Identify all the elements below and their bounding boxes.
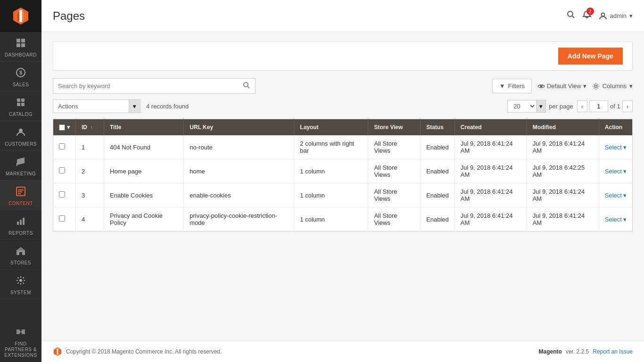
columns-chevron-icon: ▾: [629, 82, 633, 90]
row-checkbox-2[interactable]: [59, 191, 65, 197]
cell-id-3: 4: [76, 207, 104, 231]
action-select-chevron-2: ▾: [623, 192, 627, 199]
sidebar-item-reports-label: REPORTS: [8, 230, 33, 236]
footer-right: Magento ver. 2.2.5 Report an Issue: [539, 348, 633, 355]
actions-select-group: Actions ▾: [53, 99, 140, 113]
table-row: 4 Privacy and Cookie Policy privacy-poli…: [53, 207, 633, 231]
pages-table: ▾ ID ↑ Title URL Key Layout Store View S…: [53, 119, 633, 231]
th-status[interactable]: Status: [421, 119, 455, 136]
sidebar-item-reports[interactable]: REPORTS: [0, 210, 41, 240]
th-url-key[interactable]: URL Key: [184, 119, 294, 136]
pagination: ‹ of 1 ›: [577, 100, 633, 112]
action-select-link-2[interactable]: Select ▾: [605, 192, 627, 199]
sidebar-item-stores-label: STORES: [10, 260, 31, 265]
filters-button[interactable]: ▼ Filters: [492, 79, 532, 93]
action-select-link-0[interactable]: Select ▾: [605, 144, 627, 151]
filter-icon: ▼: [499, 82, 505, 90]
select-all-checkbox[interactable]: [59, 124, 65, 131]
cell-store-view-1: All Store Views: [368, 159, 421, 183]
svg-rect-39: [57, 349, 58, 355]
footer-magento-icon: [53, 347, 62, 356]
sidebar-item-catalog[interactable]: CATALOG: [0, 91, 41, 121]
columns-selector[interactable]: Columns ▾: [592, 82, 633, 90]
cell-action-0: Select ▾: [599, 135, 632, 159]
svg-point-27: [19, 279, 22, 282]
search-input[interactable]: [58, 82, 243, 90]
sub-toolbar-left: Actions ▾ 4 records found: [53, 99, 189, 113]
cell-layout-1: 1 column: [294, 159, 368, 183]
cell-modified-3: Jul 9, 2018 6:41:24 AM: [527, 207, 599, 231]
report-issue-link[interactable]: Report an Issue: [593, 348, 633, 355]
search-icon-header[interactable]: [567, 10, 575, 21]
sort-id-icon: ↑: [91, 125, 93, 130]
per-page-dropdown[interactable]: 20: [508, 100, 536, 112]
sidebar-item-marketing[interactable]: MARKETING: [0, 151, 41, 181]
cell-id-2: 3: [76, 183, 104, 207]
cell-layout-3: 1 column: [294, 207, 368, 231]
table-row: 3 Enable Cookies enable-cookies 1 column…: [53, 183, 633, 207]
cell-modified-2: Jul 9, 2018 6:41:24 AM: [527, 183, 599, 207]
per-page-select-group: 20 ▾: [507, 100, 546, 113]
search-filter-toolbar: ▼ Filters Default View ▾ Columns ▾: [53, 78, 633, 94]
page-prev-button[interactable]: ‹: [577, 100, 587, 112]
sidebar-item-sales[interactable]: $ SALES: [0, 62, 41, 91]
actions-dropdown-arrow[interactable]: ▾: [129, 100, 140, 113]
svg-rect-7: [21, 43, 25, 47]
sidebar-item-partners-label: FIND PARTNERS & EXTENSIONS: [2, 341, 40, 358]
cell-title-3: Privacy and Cookie Policy: [104, 207, 184, 231]
add-new-page-button[interactable]: Add New Page: [558, 48, 623, 65]
svg-point-34: [244, 82, 248, 87]
cell-created-1: Jul 9, 2018 6:41:24 AM: [454, 159, 527, 183]
sidebar-item-customers[interactable]: CUSTOMERS: [0, 121, 41, 151]
svg-rect-22: [20, 220, 22, 225]
sidebar-item-dashboard[interactable]: DASHBOARD: [0, 32, 41, 62]
svg-rect-4: [17, 39, 20, 42]
sidebar-item-system[interactable]: SYSTEM: [0, 270, 41, 299]
row-checkbox-0[interactable]: [59, 143, 65, 149]
page-number-input[interactable]: [589, 100, 608, 112]
action-select-link-1[interactable]: Select ▾: [605, 168, 627, 175]
sidebar: DASHBOARD $ SALES CATALOG CUSTOMERS MARK…: [0, 0, 41, 362]
cell-checkbox-2: [53, 183, 76, 207]
action-select-chevron-3: ▾: [623, 216, 627, 223]
th-id[interactable]: ID ↑: [76, 119, 104, 136]
svg-marker-15: [17, 157, 25, 165]
sidebar-item-content-label: CONTENT: [8, 201, 33, 206]
per-page-dropdown-arrow[interactable]: ▾: [536, 100, 545, 112]
stores-icon: [16, 246, 26, 258]
th-checkbox: ▾: [53, 119, 76, 136]
sidebar-item-dashboard-label: DASHBOARD: [5, 52, 37, 58]
sidebar-item-stores[interactable]: STORES: [0, 240, 41, 270]
table-row: 1 404 Not Found no-route 2 columns with …: [53, 135, 633, 159]
sidebar-item-partners[interactable]: FIND PARTNERS & EXTENSIONS: [0, 321, 41, 362]
cell-status-2: Enabled: [421, 183, 455, 207]
footer-version: ver. 2.2.5: [566, 348, 589, 355]
view-selector[interactable]: Default View ▾: [537, 82, 586, 90]
actions-dropdown[interactable]: Actions: [53, 100, 129, 113]
svg-rect-23: [23, 218, 25, 225]
th-layout[interactable]: Layout: [294, 119, 368, 136]
th-title[interactable]: Title: [104, 119, 184, 136]
sidebar-item-content[interactable]: CONTENT: [0, 181, 41, 210]
action-select-link-3[interactable]: Select ▾: [605, 216, 627, 223]
search-submit-icon[interactable]: [243, 82, 250, 90]
toolbar-right: ▼ Filters Default View ▾ Columns ▾: [492, 79, 633, 93]
th-created[interactable]: Created: [454, 119, 527, 136]
marketing-icon: [16, 156, 26, 169]
svg-line-32: [572, 16, 574, 18]
cell-layout-2: 1 column: [294, 183, 368, 207]
row-checkbox-3[interactable]: [59, 215, 65, 222]
th-checkbox-arrow[interactable]: ▾: [67, 124, 70, 131]
records-count: 4 records found: [146, 103, 189, 110]
page-next-button[interactable]: ›: [622, 100, 633, 112]
row-checkbox-1[interactable]: [59, 167, 65, 173]
cell-status-1: Enabled: [421, 159, 455, 183]
th-modified[interactable]: Modified: [527, 119, 599, 136]
sidebar-logo: [0, 0, 41, 32]
admin-user-menu[interactable]: admin ▾: [599, 12, 633, 20]
footer-magento-label: Magento: [539, 348, 562, 355]
th-store-view[interactable]: Store View: [368, 119, 421, 136]
notifications-icon[interactable]: 2: [583, 10, 591, 21]
footer-logo: Copyright © 2018 Magento Commerce Inc. A…: [53, 347, 222, 356]
eye-icon: [537, 82, 545, 90]
